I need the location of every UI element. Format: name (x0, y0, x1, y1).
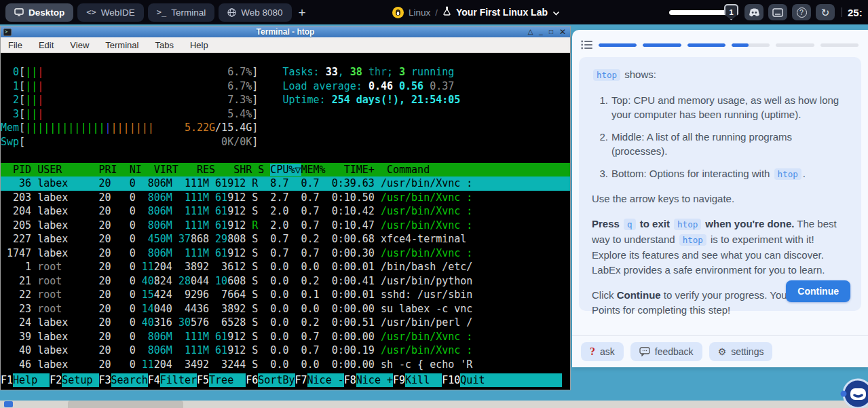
code-icon: <> (86, 7, 96, 17)
sort-column-cpu[interactable]: CPU%▽ (270, 164, 301, 176)
fkey-f4[interactable]: F4 (148, 373, 160, 387)
fkey-f10[interactable]: F10 (442, 373, 460, 387)
list-item-3: 3.Bottom: Options for interacting with h… (593, 166, 848, 181)
instruction-list: 1.Top: CPU and memory usage, as well as … (593, 93, 848, 181)
help-button[interactable]: ? (792, 4, 811, 20)
progress-segment-1[interactable] (599, 43, 637, 47)
virtual-display-button[interactable] (768, 4, 787, 20)
question-icon: ? (797, 7, 807, 18)
chevron-down-icon[interactable] (552, 6, 560, 18)
htop-process-row-1[interactable]: 1 root 20 0 11204 3892 3612 S 0.0 0.0 0:… (1, 260, 570, 274)
maximize-button[interactable]: □ (549, 29, 553, 35)
htop-process-row-227[interactable]: 227 labex 20 0 450M 37868 29808 S 0.7 0.… (1, 232, 570, 246)
session-timer: 25: (848, 7, 868, 18)
linux-course-icon (392, 7, 404, 18)
progress-segment-2[interactable] (643, 43, 681, 47)
progress-segment-3[interactable] (687, 43, 725, 47)
window-controls: △ _ □ ✕ (528, 26, 566, 37)
steps-menu-icon[interactable] (581, 40, 592, 50)
progress-slider[interactable]: 1 (669, 10, 730, 15)
menu-edit[interactable]: Edit (39, 40, 54, 50)
fkey-label-quit[interactable]: Quit (460, 373, 497, 387)
ask-button[interactable]: ?ask (581, 342, 624, 361)
terminal-prompt-icon: >_ (157, 7, 166, 17)
pill-label: feedback (655, 346, 694, 357)
htop-process-row-24[interactable]: 24 labex 20 0 40316 30576 6528 S 0.0 0.2… (1, 316, 570, 330)
htop-meter-line: 2[||| 7.3%] Uptime: 254 days(!), 21:54:0… (1, 93, 570, 107)
htop-process-row-40[interactable]: 40 labex 20 0 806M 111M 61912 S 0.0 0.7 … (1, 344, 570, 358)
tab-label: Web 8080 (241, 7, 282, 18)
breadcrumb-course[interactable]: Linux (409, 7, 430, 18)
htop-process-row-22[interactable]: 22 root 20 0 15424 9296 7664 S 0.0 0.1 0… (1, 288, 570, 302)
inline-code-chip: q (624, 219, 636, 230)
fkey-label-sortby[interactable]: SortBy (258, 373, 295, 387)
instruction-card: htop shows:1.Top: CPU and memory usage, … (579, 57, 861, 311)
question-icon: ? (590, 346, 595, 357)
new-tab-button[interactable]: + (299, 6, 306, 19)
fkey-label-nice-[interactable]: Nice + (356, 373, 393, 387)
settings-button[interactable]: ⚙settings (709, 342, 773, 361)
fkey-f2[interactable]: F2 (50, 373, 62, 387)
fkey-f3[interactable]: F3 (99, 373, 111, 387)
taskbar-window-item[interactable] (68, 401, 183, 408)
labby-chatbot-button[interactable] (840, 377, 868, 408)
fkey-f6[interactable]: F6 (246, 373, 258, 387)
progress-segment-6[interactable] (820, 43, 858, 47)
htop-meter-line: 3[||| 5.4%] (1, 107, 570, 122)
htop-table-header[interactable]: PID USER PRI NI VIRT RES SHR S CPU%▽MEM%… (1, 163, 570, 177)
fkey-f9[interactable]: F9 (393, 373, 405, 387)
fkey-f8[interactable]: F8 (344, 373, 356, 387)
menu-terminal[interactable]: Terminal (105, 40, 138, 50)
menu-tabs[interactable]: Tabs (155, 40, 173, 50)
feedback-button[interactable]: feedback (630, 342, 702, 361)
top-bar-controls: 1 ? ↻ 25: (669, 0, 868, 24)
lab-instructions-panel: htop shows:1.Top: CPU and memory usage, … (572, 30, 868, 367)
htop-process-row-204[interactable]: 204 labex 20 0 806M 111M 61912 S 2.0 0.7… (1, 204, 570, 219)
fkey-f7[interactable]: F7 (295, 373, 307, 387)
environment-tabs: Desktop<>WebIDE>_TerminalWeb 8080 (5, 3, 292, 22)
fkey-label-search[interactable]: Search (111, 373, 148, 387)
htop-process-row-23[interactable]: 23 root 20 0 14040 4436 3892 S 0.0 0.0 0… (1, 302, 570, 316)
htop-process-row-203[interactable]: 203 labex 20 0 806M 111M 61912 S 2.7 0.7… (1, 191, 570, 205)
tab-webide[interactable]: <>WebIDE (77, 3, 143, 22)
htop-process-row-39[interactable]: 39 labex 20 0 806M 111M 61912 S 0.0 0.7 … (1, 330, 570, 344)
fkey-label-kill[interactable]: Kill (405, 373, 442, 387)
htop-process-row-1747[interactable]: 1747 labex 20 0 806M 111M 61912 S 0.7 0.… (1, 246, 570, 261)
htop-process-row-21[interactable]: 21 root 20 0 40824 28044 10608 S 0.0 0.2… (1, 274, 570, 289)
refresh-button[interactable]: ↻ (816, 4, 835, 20)
breadcrumb-separator: / (435, 7, 438, 18)
tab-desktop[interactable]: Desktop (5, 3, 73, 22)
list-item-1: 1.Top: CPU and memory usage, as well as … (593, 93, 848, 122)
terminal-titlebar[interactable]: > Terminal - htop △ _ □ ✕ (1, 26, 570, 37)
fkey-label-tree[interactable]: Tree (209, 373, 246, 387)
taskbar[interactable] (0, 401, 868, 408)
speech-bubble-icon (639, 347, 650, 356)
continue-button[interactable]: Continue (786, 280, 850, 302)
progress-segment-5[interactable] (776, 43, 814, 47)
fkey-f5[interactable]: F5 (197, 373, 209, 387)
discord-button[interactable] (744, 4, 763, 20)
tab-terminal[interactable]: >_Terminal (148, 3, 214, 22)
pill-label: ask (600, 346, 615, 357)
tab-web-8080[interactable]: Web 8080 (219, 3, 291, 22)
breadcrumb-lab-title[interactable]: Your First Linux Lab (456, 7, 548, 18)
menu-view[interactable]: View (70, 40, 89, 50)
htop-process-row-46[interactable]: 46 labex 20 0 11204 3492 3244 S 0.0 0.0 … (1, 358, 570, 372)
minimize-button[interactable]: _ (539, 29, 543, 35)
menu-help[interactable]: Help (190, 40, 208, 50)
fkey-label-nice-[interactable]: Nice - (307, 373, 344, 387)
shade-button[interactable]: △ (528, 29, 533, 35)
menu-file[interactable]: File (8, 40, 22, 50)
htop-process-row-36[interactable]: 36 labex 20 0 806M 111M 61912 R 8.7 0.7 … (1, 177, 570, 191)
step-progress-row (572, 30, 868, 56)
close-button[interactable]: ✕ (559, 28, 566, 36)
htop-process-row-205[interactable]: 205 labex 20 0 806M 111M 61912 R 2.0 0.7… (1, 219, 570, 233)
taskbar-app-icon[interactable] (4, 401, 13, 407)
progress-segment-4[interactable] (732, 43, 770, 47)
terminal-menubar: FileEditViewTerminalTabsHelp (1, 37, 570, 53)
fkey-label-setup[interactable]: Setup (62, 373, 98, 387)
fkey-label-filter[interactable]: Filter (160, 373, 197, 387)
level-badge: 1 (724, 4, 738, 20)
fkey-label-help[interactable]: Help (13, 373, 50, 387)
fkey-f1[interactable]: F1 (1, 373, 13, 387)
